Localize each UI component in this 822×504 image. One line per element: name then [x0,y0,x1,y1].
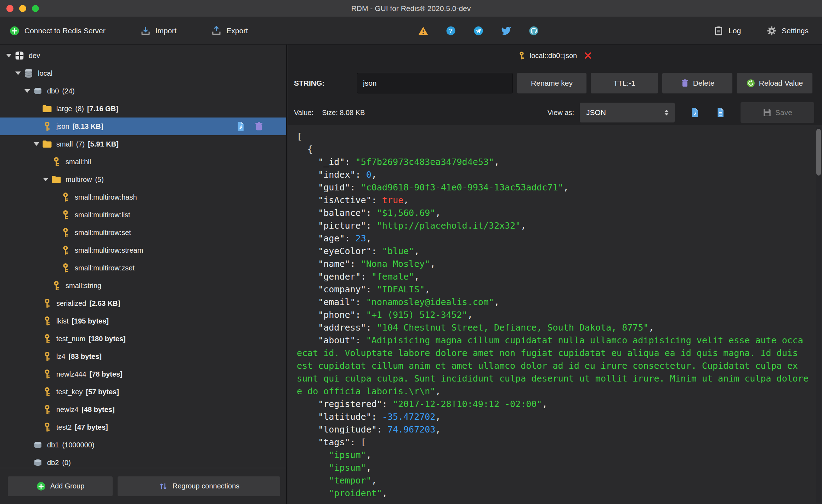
regroup-connections-button[interactable]: Regroup connections [118,476,280,496]
json-line: "email": "nonamosley@idealis.com", [297,296,822,309]
folder-icon [42,139,52,149]
tree-item-json[interactable]: json[8.13 KB] [0,118,286,135]
edit-value-icon[interactable] [235,121,246,132]
tree-item-small-multirow-zset[interactable]: small:multirow:zset [0,259,286,277]
github-icon[interactable] [528,25,539,36]
tree-item-test2[interactable]: test2[47 bytes] [0,418,286,436]
tree-item-dev[interactable]: dev [0,47,286,64]
scrollbar-thumb[interactable] [816,129,821,176]
tree-item-label: small [56,140,73,148]
tree-item-lkist[interactable]: lkist[195 bytes] [0,312,286,330]
tree-item-newlz4[interactable]: newlz4[48 bytes] [0,401,286,418]
tree-item-newlz444[interactable]: newlz444[78 bytes] [0,365,286,383]
db-icon [33,457,43,468]
tree-item-count: (24) [62,87,75,95]
plus-circle-icon [36,481,46,491]
json-line: "about": "Adipisicing magna cillum cupid… [297,334,822,347]
log-button[interactable]: Log [713,25,741,36]
tab-local-db0-json[interactable]: local::db0::json [517,51,593,60]
delete-key-icon[interactable] [254,121,264,132]
tree-item-multirow[interactable]: multirow(5) [0,171,286,188]
rename-key-label: Rename key [531,79,573,87]
export-button[interactable]: Export [211,25,248,36]
tree-item-small[interactable]: small(7)[5.91 KB] [0,135,286,153]
tree-item-label: dev [29,52,40,60]
telegram-icon[interactable] [473,25,484,36]
view-document-icon[interactable] [715,107,726,118]
zoom-window-icon[interactable] [32,5,39,12]
key-icon [42,386,52,397]
sidebar-footer: Add Group Regroup connections [0,468,286,504]
floppy-disk-icon [763,108,772,117]
tree-item-count: (5) [95,176,103,184]
tree-item-lz4[interactable]: lz4[83 bytes] [0,348,286,365]
tree-item-test-key[interactable]: test_key[57 bytes] [0,383,286,401]
tree-item-small-multirow-set[interactable]: small:multirow:set [0,224,286,241]
close-tab-icon[interactable] [583,51,593,60]
settings-button[interactable]: Settings [766,25,809,36]
tree-item-db0[interactable]: db0(24) [0,82,286,100]
connect-to-server-button[interactable]: Connect to Redis Server [9,25,106,36]
trash-icon [680,79,690,88]
open-in-editor-icon[interactable] [690,107,700,118]
tree-item-local[interactable]: local [0,64,286,82]
rename-key-button[interactable]: Rename key [517,73,586,93]
delete-key-label: Delete [693,79,715,87]
minimize-window-icon[interactable] [19,5,26,12]
key-icon [51,280,62,291]
add-group-button[interactable]: Add Group [8,476,113,496]
tree-item-count: (7) [76,140,85,148]
tree-item-large[interactable]: large(8)[7.16 GB] [0,100,286,118]
viewer-scrollbar[interactable] [816,127,821,503]
folder-icon [51,174,62,185]
tree-item-small-string[interactable]: small:string [0,277,286,294]
json-line: "isActive": true, [297,194,822,207]
expand-arrow-icon[interactable] [13,71,23,75]
expand-arrow-icon[interactable] [31,142,42,146]
json-line: "registered": "2017-12-28T10:49:12 -02:0… [297,398,822,411]
tree-item-test-num[interactable]: test_num[180 bytes] [0,330,286,348]
twitter-icon[interactable] [501,25,511,36]
tree-item-label: db2 [47,459,59,467]
warning-icon[interactable] [418,25,429,36]
key-icon [42,404,52,415]
import-button[interactable]: Import [140,25,177,36]
tree-item-serialized[interactable]: serialized[2.63 KB] [0,294,286,312]
view-mode-dropdown[interactable]: JSON [580,103,675,122]
tree-item-count: (1000000) [62,441,94,449]
tree-item-small-hll[interactable]: small:hll [0,153,286,171]
expand-arrow-icon[interactable] [4,54,14,57]
plus-circle-icon [9,25,20,36]
help-icon[interactable]: ? [446,25,456,36]
value-bar: Value: Size: 8.08 KB View as: JSON Save [288,100,822,125]
close-window-icon[interactable] [6,5,13,12]
expand-arrow-icon[interactable] [22,89,33,93]
delete-key-button[interactable]: Delete [662,73,732,93]
tree-item-db1[interactable]: db1(1000000) [0,436,286,454]
json-line: "picture": "http://placehold.it/32x32", [297,219,822,232]
tree-item-label: lz4 [56,353,66,361]
add-group-label: Add Group [50,482,85,490]
reload-value-button[interactable]: Reload Value [737,73,812,93]
save-button[interactable]: Save [741,102,814,123]
main-toolbar: Connect to Redis Server Import Export ? [0,17,822,45]
save-button-label: Save [775,108,792,117]
ttl-button[interactable]: TTL:-1 [591,73,658,93]
dropdown-stepper-icon[interactable] [661,105,673,120]
tree-item-small-multirow-list[interactable]: small:multirow:list [0,206,286,224]
log-clipboard-icon [713,25,724,36]
tree-item-db2[interactable]: db2(0) [0,454,286,468]
json-viewer[interactable]: [ { "_id": "5f7b26973c483ea3479d4e53", "… [288,125,822,504]
key-name-input[interactable] [357,73,513,93]
key-icon [60,263,71,273]
tree-item-label: small:multirow:hash [75,193,137,201]
tree-item-size: [180 bytes] [89,335,126,343]
expand-arrow-icon[interactable] [40,178,51,181]
tree-item-small-multirow-stream[interactable]: small:multirow:stream [0,241,286,259]
tree-item-size: [8.13 KB] [73,122,103,131]
json-line: "address": "104 Chestnut Street, Defianc… [297,321,822,334]
reload-value-label: Reload Value [759,79,803,87]
tree-item-small-multirow-hash[interactable]: small:multirow:hash [0,188,286,206]
tree-item-label: json [56,122,69,131]
tree-item-label: newlz4 [56,406,78,414]
